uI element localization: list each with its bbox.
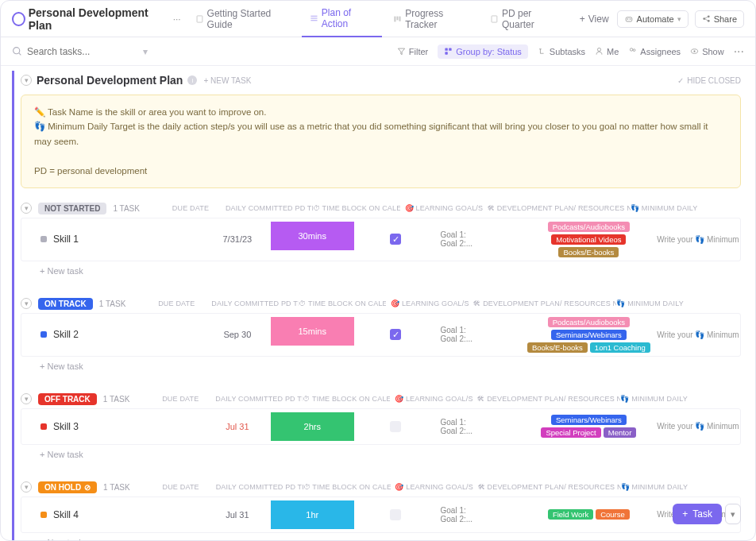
time-block-cell[interactable]: ✓ [354,234,438,245]
status-pill[interactable]: NOT STARTED [38,203,106,214]
new-task-row[interactable]: + New task [21,261,741,280]
plan-cell[interactable]: Podcasts/AudiobooksSeminars/WebinarsBook… [521,317,658,353]
new-task-row[interactable]: + New task [21,445,741,464]
time-block-cell[interactable] [354,509,438,520]
collapse-icon[interactable]: ▾ [21,203,32,214]
fab-expand[interactable]: ▾ [725,504,741,524]
svg-point-16 [631,48,633,51]
daily-time-cell[interactable]: 1hr [271,500,354,529]
status-pill[interactable]: OFF TRACK [38,393,97,405]
due-date-cell[interactable]: Jul 31 [204,510,271,520]
new-task-fab[interactable]: + Task [673,504,722,524]
checkbox-icon[interactable] [390,509,401,520]
col-learning-goals: 🎯 LEARNING GOAL/S [386,299,473,307]
time-block-cell[interactable]: ✓ [354,329,438,340]
info-icon[interactable]: i [187,75,197,85]
resource-tag[interactable]: Podcasts/Audiobooks [548,317,630,327]
col-daily-time: DAILY COMMITTED PD TIME [211,299,299,307]
collapse-icon[interactable]: ▾ [21,298,32,309]
goals-cell[interactable]: Goal 1:Goal 2:... [438,326,521,343]
status-square-icon[interactable] [40,331,47,338]
time-block-cell[interactable] [354,421,438,432]
collapse-icon[interactable]: ▾ [21,481,32,493]
resource-tag[interactable]: Field Work [548,509,593,520]
min-daily-cell[interactable]: Write your 👣 Minimum Target here. [657,422,740,431]
status-square-icon[interactable] [40,236,47,242]
task-row[interactable]: Skill 1 7/31/23 30mins ✓ Goal 1:Goal 2:.… [21,218,741,261]
resource-tag[interactable]: Motivational Videos [551,234,626,245]
plus-icon: + [682,508,688,520]
task-name[interactable]: Skill 1 [53,234,79,245]
goals-cell[interactable]: Goal 1:Goal 2:... [438,418,521,435]
plan-cell[interactable]: Podcasts/AudiobooksMotivational VideosBo… [521,222,658,257]
goals-cell[interactable]: Goal 1:Goal 2:... [438,506,521,524]
checkbox-icon[interactable]: ✓ [390,234,401,245]
task-name[interactable]: Skill 3 [53,421,79,432]
task-row[interactable]: Skill 3 Jul 31 2hrs Goal 1:Goal 2:... Se… [21,408,741,445]
svg-rect-3 [399,16,401,21]
resource-tag[interactable]: Seminars/Webinars [551,330,627,340]
daily-time-cell[interactable]: 2hrs [271,412,354,441]
status-pill[interactable]: ON HOLD ⊘ [38,481,97,493]
tab-pd-per-quarter[interactable]: PD per Quarter [482,1,569,37]
task-name[interactable]: Skill 4 [53,509,79,520]
plan-cell[interactable]: Seminars/WebinarsSpecial ProjectMentor [521,415,658,438]
resource-tag[interactable]: Seminars/Webinars [551,415,627,425]
daily-time-cell[interactable]: 15mins [271,317,354,346]
new-task-row[interactable]: + New task [21,357,741,376]
filter-button[interactable]: Filter [397,47,428,56]
list-icon [12,12,25,26]
daily-time-cell[interactable]: 30mins [271,222,354,250]
group-by-button[interactable]: Group by: Status [438,44,528,59]
min-daily-cell[interactable]: Write your 👣 Minimum Target here. [657,330,740,339]
collapse-icon[interactable]: ▾ [21,75,32,86]
due-date-cell[interactable]: Jul 31 [204,422,271,431]
resource-tag[interactable]: Mentor [604,427,637,438]
list-title: Personal Development Plan [37,74,183,87]
resource-tag[interactable]: 1on1 Coaching [590,342,650,353]
resource-tag[interactable]: Course [596,509,630,520]
plan-cell[interactable]: Field WorkCourse [521,509,658,520]
show-button[interactable]: Show [690,47,724,56]
resource-tag[interactable]: Books/E-books [558,247,619,257]
status-square-icon[interactable] [40,512,47,518]
resource-tag[interactable]: Podcasts/Audiobooks [548,222,630,232]
goal-text: Goal 2:... [441,515,473,524]
goal-text: Goal 1: [441,326,466,334]
due-date-cell[interactable]: 7/31/23 [204,234,271,244]
status-group: ▾ NOT STARTED 1 TASK DUE DATE DAILY COMM… [21,199,741,280]
status-square-icon[interactable] [40,423,47,430]
status-pill[interactable]: ON TRACK [38,298,93,310]
tab-getting-started[interactable]: Getting Started Guide [187,1,299,37]
min-daily-cell[interactable]: Write your 👣 Minimum Target here. [657,235,740,244]
checkbox-icon[interactable]: ✓ [390,329,401,340]
assignees-button[interactable]: Assignees [628,47,681,56]
automate-button[interactable]: Automate ▾ [617,10,688,28]
tab-add-view[interactable]: + View [572,1,617,37]
me-button[interactable]: Me [595,47,619,56]
collapse-icon[interactable]: ▾ [21,393,32,404]
new-task-row[interactable]: + New task [21,533,741,540]
svg-rect-0 [197,15,202,21]
task-name[interactable]: Skill 2 [53,329,79,340]
due-date-cell[interactable]: Sep 30 [204,330,271,339]
tab-progress-tracker[interactable]: Progress Tracker [385,1,479,37]
tab-plan-of-action[interactable]: Plan of Action [302,1,382,37]
share-button[interactable]: Share [695,10,744,28]
chevron-down-icon[interactable]: ▾ [143,46,148,57]
more-options-icon[interactable]: ··· [734,44,744,59]
task-row[interactable]: Skill 2 Sep 30 15mins ✓ Goal 1:Goal 2:..… [21,313,741,357]
resource-tag[interactable]: Special Project [541,427,600,438]
new-task-link[interactable]: + NEW TASK [203,76,251,85]
title-more-icon[interactable]: ··· [170,14,184,25]
task-count: 1 TASK [103,395,130,404]
subtasks-button[interactable]: Subtasks [538,47,585,56]
goals-cell[interactable]: Goal 1:Goal 2:... [438,230,521,248]
col-time-block: ⏱ TIME BLOCK ON CALENDAR [303,395,390,403]
search-input[interactable] [27,46,138,57]
goal-text: Goal 1: [441,506,466,515]
checkbox-icon[interactable] [390,421,401,432]
resource-tag[interactable]: Books/E-books [527,342,588,353]
task-row[interactable]: Skill 4 Jul 31 1hr Goal 1:Goal 2:... Fie… [21,497,741,533]
hide-closed-toggle[interactable]: ✓ HIDE CLOSED [677,76,741,85]
